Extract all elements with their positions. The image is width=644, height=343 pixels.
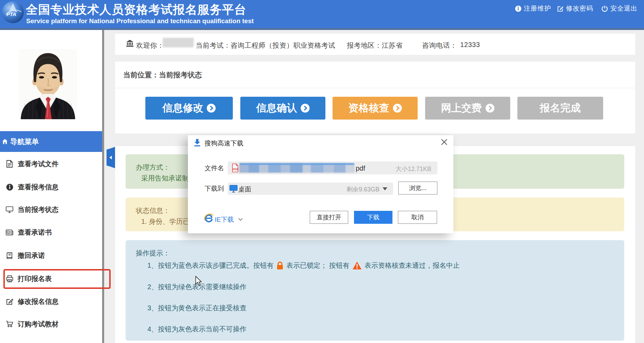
svg-text:PDF: PDF	[233, 168, 239, 171]
svg-text:PTA: PTA	[6, 11, 16, 17]
